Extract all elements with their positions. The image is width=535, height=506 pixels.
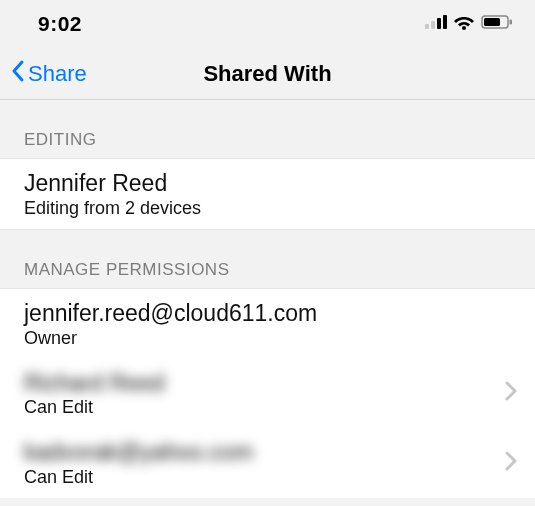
- permission-title: kadvorak@yahoo.com: [24, 438, 511, 467]
- svg-point-4: [462, 26, 466, 30]
- back-label: Share: [28, 61, 87, 87]
- svg-rect-3: [443, 15, 447, 29]
- permission-row-owner[interactable]: jennifer.reed@cloud611.com Owner: [0, 289, 535, 359]
- permission-row[interactable]: kadvorak@yahoo.com Can Edit: [0, 428, 535, 498]
- permission-role: Can Edit: [24, 467, 511, 488]
- permissions-list: jennifer.reed@cloud611.com Owner Richard…: [0, 288, 535, 498]
- permission-role: Owner: [24, 328, 511, 349]
- permission-row[interactable]: Richard Reed Can Edit: [0, 359, 535, 429]
- status-bar: 9:02: [0, 0, 535, 48]
- chevron-right-icon: [505, 381, 517, 405]
- editing-name: Jennifer Reed: [24, 169, 511, 198]
- nav-bar: Share Shared With: [0, 48, 535, 100]
- chevron-left-icon: [10, 59, 26, 89]
- page-title: Shared With: [203, 61, 331, 87]
- status-time: 9:02: [38, 12, 82, 36]
- permission-title: Richard Reed: [24, 369, 511, 398]
- svg-rect-0: [425, 24, 429, 29]
- svg-rect-6: [484, 18, 500, 26]
- section-header-editing: EDITING: [0, 100, 535, 158]
- permission-title: jennifer.reed@cloud611.com: [24, 299, 511, 328]
- wifi-icon: [453, 14, 475, 34]
- editing-detail: Editing from 2 devices: [24, 198, 511, 219]
- svg-rect-1: [431, 21, 435, 29]
- status-icons: [425, 14, 513, 34]
- svg-rect-7: [510, 20, 513, 25]
- section-header-permissions: MANAGE PERMISSIONS: [0, 230, 535, 288]
- cellular-icon: [425, 15, 447, 33]
- permission-role: Can Edit: [24, 397, 511, 418]
- editing-row: Jennifer Reed Editing from 2 devices: [0, 158, 535, 230]
- svg-rect-2: [437, 18, 441, 29]
- chevron-right-icon: [505, 451, 517, 475]
- battery-icon: [481, 15, 513, 33]
- back-button[interactable]: Share: [10, 59, 87, 89]
